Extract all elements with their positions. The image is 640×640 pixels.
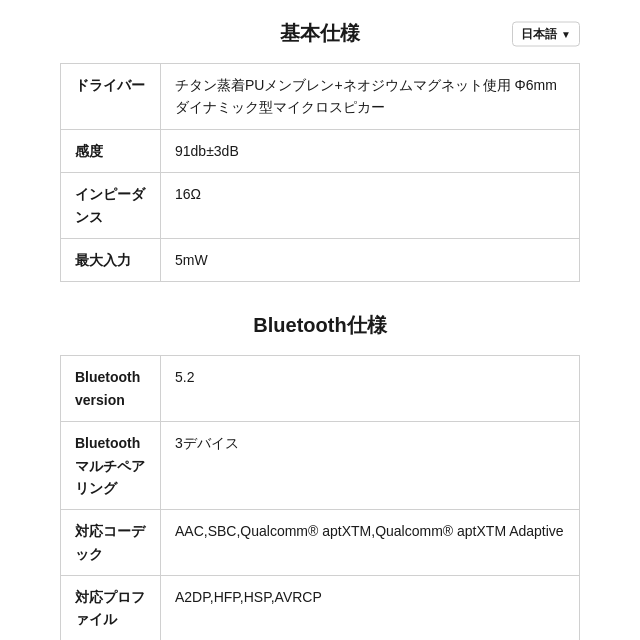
language-label: 日本語: [521, 25, 557, 42]
spec-label: ドライバー: [61, 64, 161, 130]
spec-value: 91db±3dB: [161, 129, 580, 172]
spec-label: 対応コーデック: [61, 510, 161, 576]
bluetooth-spec-section: Bluetooth仕様 Bluetooth version5.2Bluetoot…: [60, 312, 580, 640]
table-row: インピーダンス16Ω: [61, 173, 580, 239]
spec-value: 16Ω: [161, 173, 580, 239]
table-row: ドライバーチタン蒸着PUメンブレン+ネオジウムマグネット使用 Φ6mmダイナミッ…: [61, 64, 580, 130]
spec-value: チタン蒸着PUメンブレン+ネオジウムマグネット使用 Φ6mmダイナミック型マイク…: [161, 64, 580, 130]
bluetooth-spec-title-text: Bluetooth仕様: [253, 314, 386, 336]
table-row: 感度91db±3dB: [61, 129, 580, 172]
spec-label: Bluetoothマルチペアリング: [61, 422, 161, 510]
bluetooth-spec-title: Bluetooth仕様: [60, 312, 580, 339]
spec-label: インピーダンス: [61, 173, 161, 239]
basic-spec-title: 基本仕様 日本語 ▼: [60, 20, 580, 47]
basic-spec-table: ドライバーチタン蒸着PUメンブレン+ネオジウムマグネット使用 Φ6mmダイナミッ…: [60, 63, 580, 282]
spec-value: 5.2: [161, 356, 580, 422]
basic-spec-section: 基本仕様 日本語 ▼ ドライバーチタン蒸着PUメンブレン+ネオジウムマグネット使…: [60, 20, 580, 282]
spec-label: 最大入力: [61, 238, 161, 281]
bluetooth-spec-table: Bluetooth version5.2Bluetoothマルチペアリング3デバ…: [60, 355, 580, 640]
table-row: Bluetoothマルチペアリング3デバイス: [61, 422, 580, 510]
spec-value: AAC,SBC,Qualcomm® aptXTM,Qualcomm® aptXT…: [161, 510, 580, 576]
table-row: 対応プロファイルA2DP,HFP,HSP,AVRCP: [61, 576, 580, 640]
spec-label: Bluetooth version: [61, 356, 161, 422]
table-row: Bluetooth version5.2: [61, 356, 580, 422]
spec-label: 感度: [61, 129, 161, 172]
language-selector[interactable]: 日本語 ▼: [512, 21, 580, 46]
table-row: 対応コーデックAAC,SBC,Qualcomm® aptXTM,Qualcomm…: [61, 510, 580, 576]
spec-value: A2DP,HFP,HSP,AVRCP: [161, 576, 580, 640]
spec-value: 3デバイス: [161, 422, 580, 510]
basic-spec-title-text: 基本仕様: [280, 22, 360, 44]
table-row: 最大入力5mW: [61, 238, 580, 281]
spec-label: 対応プロファイル: [61, 576, 161, 640]
spec-value: 5mW: [161, 238, 580, 281]
chevron-down-icon: ▼: [561, 28, 571, 39]
